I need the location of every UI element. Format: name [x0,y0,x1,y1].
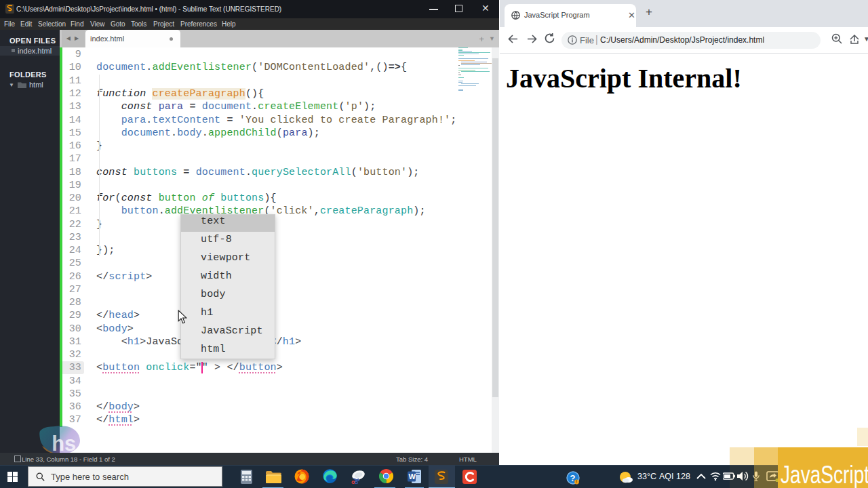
svg-text:hs: hs [52,432,76,455]
svg-text:W: W [409,472,416,481]
svg-text:!: ! [576,479,577,484]
